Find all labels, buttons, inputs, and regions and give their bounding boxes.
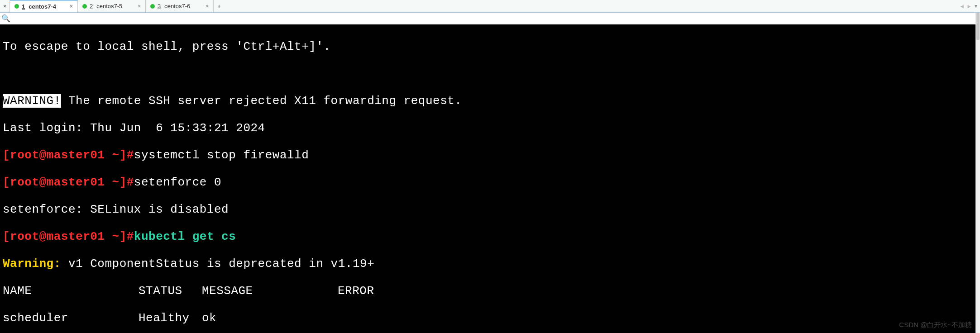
scrollbar-thumb[interactable] xyxy=(976,13,980,40)
terminal[interactable]: To escape to local shell, press 'Ctrl+Al… xyxy=(0,24,980,333)
terminal-line: [root@master01 ~]#setenforce 0 xyxy=(3,176,977,189)
cell: scheduler xyxy=(3,311,139,325)
command-text: setenforce 0 xyxy=(134,176,221,189)
table-row: schedulerHealthyok xyxy=(3,311,977,325)
col-error: ERROR xyxy=(338,284,401,298)
tab-bar: × 1 centos7-4 × 2 centos7-5 × 3 centos7-… xyxy=(0,0,980,13)
terminal-line: Warning: v1 ComponentStatus is deprecate… xyxy=(3,257,977,271)
terminal-line: Last login: Thu Jun 6 15:33:21 2024 xyxy=(3,121,977,135)
tab-index: 1 xyxy=(22,3,25,10)
status-dot-icon xyxy=(82,4,87,9)
tab-close-icon[interactable]: × xyxy=(138,3,141,10)
cell: ok xyxy=(202,311,338,325)
status-dot-icon xyxy=(14,4,19,9)
terminal-line: [root@master01 ~]#systemctl stop firewal… xyxy=(3,148,977,162)
tab-centos7-5[interactable]: 2 centos7-5 × xyxy=(78,0,146,12)
tab-close-icon[interactable]: × xyxy=(70,3,73,10)
tab-centos7-6[interactable]: 3 centos7-6 × xyxy=(146,0,214,12)
command-text: systemctl stop firewalld xyxy=(134,148,309,162)
tab-prev-icon[interactable]: ◄ xyxy=(959,3,965,10)
terminal-line: [root@master01 ~]#kubectl get cs xyxy=(3,230,977,243)
warning-badge: WARNING! xyxy=(3,94,61,108)
tab-close-icon[interactable]: × xyxy=(206,3,209,10)
warning-text: The remote SSH server rejected X11 forwa… xyxy=(61,94,462,108)
tab-next-icon[interactable]: ► xyxy=(966,3,972,10)
prompt: [root@master01 ~]# xyxy=(3,148,134,162)
command-text: kubectl get cs xyxy=(134,230,236,243)
toolbar: 🔍 xyxy=(0,13,980,24)
col-name: NAME xyxy=(3,284,139,298)
tab-nav: ◄ ► ▼ xyxy=(959,0,980,12)
warning-text: v1 ComponentStatus is deprecated in v1.1… xyxy=(61,257,374,271)
tab-label: centos7-5 xyxy=(96,3,122,10)
tab-index: 3 xyxy=(158,3,161,10)
tab-dropdown-icon[interactable]: ▼ xyxy=(974,4,978,9)
tab-label: centos7-6 xyxy=(164,3,190,10)
search-icon[interactable]: 🔍 xyxy=(0,14,12,23)
col-message: MESSAGE xyxy=(202,284,338,298)
add-tab-button[interactable]: + xyxy=(214,0,225,12)
terminal-line: To escape to local shell, press 'Ctrl+Al… xyxy=(3,40,977,53)
status-dot-icon xyxy=(150,4,155,9)
vertical-scrollbar[interactable] xyxy=(975,13,980,333)
tab-centos7-4[interactable]: 1 centos7-4 × xyxy=(10,0,78,12)
col-status: STATUS xyxy=(139,284,202,298)
terminal-line: setenforce: SELinux is disabled xyxy=(3,203,977,216)
terminal-line xyxy=(3,67,977,81)
close-icon[interactable]: × xyxy=(0,0,10,12)
warning-label: Warning: xyxy=(3,257,61,271)
prompt: [root@master01 ~]# xyxy=(3,230,134,243)
tab-index: 2 xyxy=(90,3,93,10)
cs-table-header: NAMESTATUSMESSAGEERROR xyxy=(3,284,977,298)
prompt: [root@master01 ~]# xyxy=(3,176,134,189)
terminal-line: WARNING! The remote SSH server rejected … xyxy=(3,94,977,108)
tab-label: centos7-4 xyxy=(29,3,56,10)
cell: Healthy xyxy=(139,311,202,325)
